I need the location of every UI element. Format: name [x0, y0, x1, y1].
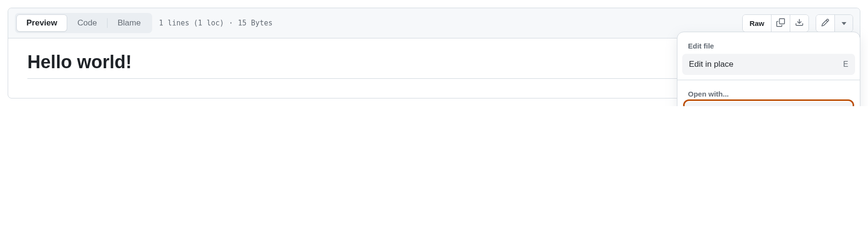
edit-button[interactable] — [816, 15, 834, 32]
pencil-icon — [821, 18, 830, 28]
download-button[interactable] — [790, 15, 808, 32]
file-info-separator: · — [229, 19, 233, 27]
dropdown-section-openwith: Open with... — [682, 85, 855, 102]
tab-blame[interactable]: Blame — [108, 14, 151, 32]
download-icon — [795, 18, 804, 28]
view-tabs: Preview Code Blame — [15, 13, 152, 33]
dropdown-section-edit: Edit file — [682, 37, 855, 54]
raw-actions-group: Raw — [742, 14, 809, 32]
file-size: 15 Bytes — [238, 19, 273, 27]
caret-down-icon — [842, 19, 846, 27]
edit-actions-group — [816, 14, 853, 32]
copy-icon — [776, 18, 785, 28]
file-lines: 1 lines (1 loc) — [159, 19, 224, 27]
tab-code[interactable]: Code — [67, 14, 107, 32]
edit-dropdown-menu: Edit file Edit in place E Open with... g… — [677, 32, 860, 106]
edit-dropdown-button[interactable] — [834, 15, 853, 32]
menu-edit-in-place-key: E — [843, 60, 848, 69]
menu-edit-in-place-label: Edit in place — [689, 60, 734, 69]
dropdown-divider — [677, 80, 860, 80]
tab-preview[interactable]: Preview — [16, 14, 67, 32]
file-info: 1 lines (1 loc) · 15 Bytes — [159, 19, 273, 27]
menu-github-dev[interactable]: github.dev . — [682, 102, 855, 106]
copy-button[interactable] — [771, 15, 790, 32]
raw-button[interactable]: Raw — [743, 15, 771, 32]
menu-edit-in-place[interactable]: Edit in place E — [682, 54, 855, 75]
